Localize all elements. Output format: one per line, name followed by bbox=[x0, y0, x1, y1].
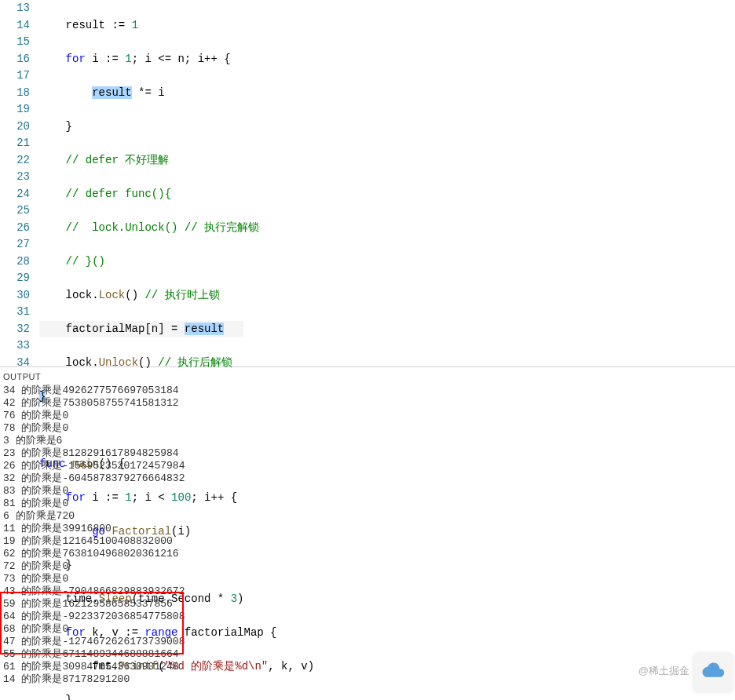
line-number-gutter: 1314151617181920212223242526272829303132… bbox=[0, 0, 39, 366]
line-number: 18 bbox=[0, 85, 30, 102]
line-number: 24 bbox=[0, 186, 30, 203]
line-number: 20 bbox=[0, 118, 30, 136]
logo-badge bbox=[693, 653, 733, 692]
line-number: 21 bbox=[0, 135, 30, 152]
line-number: 28 bbox=[0, 253, 30, 271]
line-number: 29 bbox=[0, 270, 30, 287]
line-number: 15 bbox=[0, 34, 30, 51]
line-number: 31 bbox=[0, 304, 30, 321]
line-number: 13 bbox=[0, 0, 30, 17]
line-number: 27 bbox=[0, 236, 30, 253]
code-editor[interactable]: 1314151617181920212223242526272829303132… bbox=[0, 0, 735, 366]
line-number: 17 bbox=[0, 67, 30, 85]
line-number: 32 bbox=[0, 321, 30, 338]
line-number: 26 bbox=[0, 220, 30, 237]
line-number: 33 bbox=[0, 337, 30, 355]
code-area[interactable]: result := 1 for i := 1; i <= n; i++ { re… bbox=[39, 0, 735, 366]
watermark-text: @稀土掘金 bbox=[638, 664, 689, 678]
cloud-icon bbox=[700, 658, 726, 687]
line-number: 25 bbox=[0, 202, 30, 220]
line-number: 34 bbox=[0, 355, 30, 372]
line-number: 30 bbox=[0, 287, 30, 304]
line-number: 22 bbox=[0, 152, 30, 170]
line-number: 14 bbox=[0, 17, 30, 35]
line-number: 23 bbox=[0, 169, 30, 186]
line-number: 19 bbox=[0, 101, 30, 118]
line-number: 16 bbox=[0, 51, 30, 68]
